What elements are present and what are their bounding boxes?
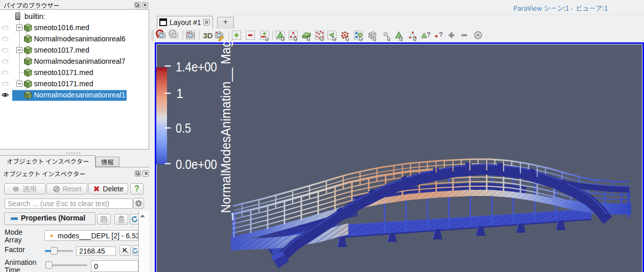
svg-text:?: ?	[426, 31, 430, 38]
svg-text:smeoto1017.med: smeoto1017.med	[34, 46, 89, 54]
svg-text:Normalmodesanimationreal7: Normalmodesanimationreal7	[34, 57, 126, 65]
svg-text:_NormalModesAnimation__ Mag: _NormalModesAnimation__ Mag	[219, 42, 233, 220]
svg-text:0.0e+00: 0.0e+00	[176, 157, 217, 171]
svg-text:?: ?	[439, 31, 442, 38]
svg-text:smeoto1016.med: smeoto1016.med	[34, 23, 89, 32]
svg-text:1.4e+00: 1.4e+00	[176, 60, 217, 74]
svg-text:3D: 3D	[203, 31, 212, 40]
svg-text:0.5: 0.5	[176, 121, 191, 135]
svg-text:Normalmodesanimationreal6: Normalmodesanimationreal6	[34, 35, 126, 43]
svg-text:smeoto10171.med: smeoto10171.med	[34, 80, 93, 88]
svg-text:builtin:: builtin:	[25, 12, 45, 20]
svg-text:smeoto10171.med: smeoto10171.med	[34, 68, 93, 77]
svg-text:Normalmodesanimationreal1: Normalmodesanimationreal1	[34, 91, 126, 99]
svg-text:1: 1	[176, 86, 183, 101]
